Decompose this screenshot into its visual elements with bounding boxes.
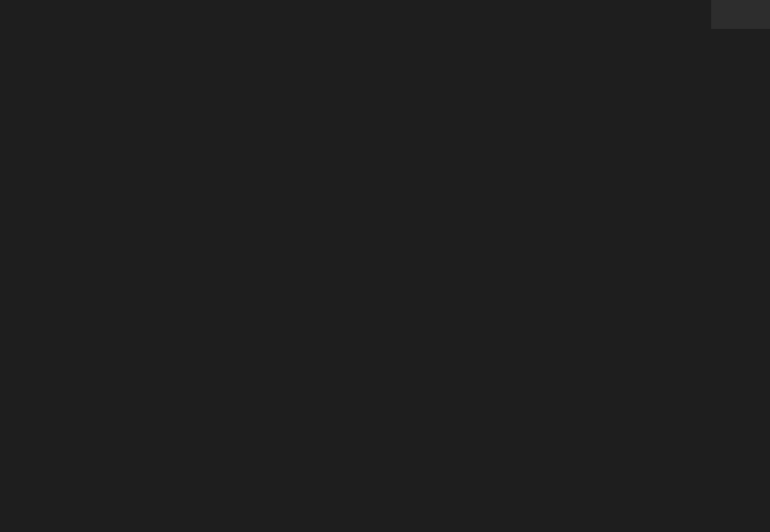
- code-area[interactable]: [29, 0, 711, 532]
- minimap-viewport[interactable]: [711, 0, 770, 29]
- code-editor: [0, 0, 770, 532]
- minimap[interactable]: [711, 0, 770, 532]
- line-number-gutter[interactable]: [0, 0, 29, 532]
